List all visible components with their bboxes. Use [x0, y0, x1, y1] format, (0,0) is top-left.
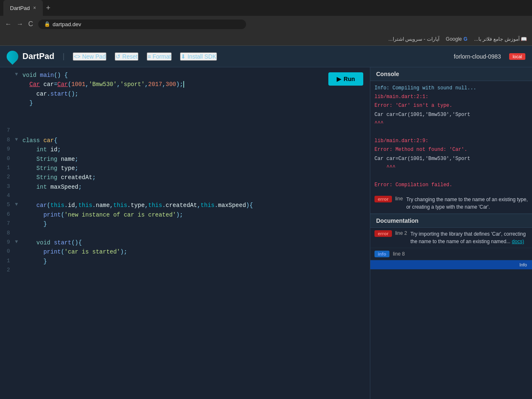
right-panel: Console Info: Compiling with sound null.…	[370, 67, 532, 399]
run-label: Run	[344, 76, 355, 82]
error-badge: error	[374, 196, 392, 202]
main-content: ▶ Run ▼ void main() {	[0, 67, 532, 399]
console-line: Error: Compilation failed.	[374, 181, 528, 189]
documentation-header: Documentation	[370, 214, 532, 228]
code-line: }	[0, 99, 370, 108]
forward-button[interactable]: →	[17, 20, 23, 28]
code-line: 1 String type;	[0, 164, 370, 173]
tab-bar: DartPad × +	[0, 0, 532, 16]
console-line: Error: Method not found: 'Car'.	[374, 146, 528, 154]
error-desc: Try importing the library that defines '…	[410, 230, 528, 245]
bookmark-flutter[interactable]: 📖 آموزش جامع فلاتر با...	[474, 36, 527, 42]
error-line-ref: line 2	[395, 230, 407, 236]
console-line: Car car=Car(1001,'Bmw530','Sport	[374, 111, 528, 119]
console-line: lib/main.dart:2:9:	[374, 137, 528, 145]
code-line	[0, 108, 370, 117]
error-desc: Try changing the name to the name of an …	[406, 196, 528, 211]
console-line: Error: 'Car' isn't a type.	[374, 102, 528, 110]
code-line: 3 int maxSpeed;	[0, 182, 370, 192]
code-editor[interactable]: ▼ void main() { Car car=Car(1001,'Bmw530…	[0, 67, 370, 399]
console-line: lib/main.dart:2:1:	[374, 93, 528, 101]
run-btn-container: ▶ Run	[328, 72, 363, 86]
console-output: Info: Compiling with sound null... lib/m…	[370, 81, 532, 193]
code-line: 9 ▼ void start(){	[0, 238, 370, 247]
code-line: 4	[0, 192, 370, 201]
info-line-ref: line 8	[393, 251, 405, 257]
run-button[interactable]: ▶ Run	[328, 72, 363, 86]
bookmark-google[interactable]: G Google	[446, 36, 468, 42]
tab-title: DartPad	[10, 5, 30, 11]
code-line: 2	[0, 266, 370, 275]
dart-icon	[4, 48, 21, 65]
error-item-1: error line Try changing the name to the …	[370, 193, 532, 214]
status-bar: Info	[370, 260, 532, 269]
dartpad-logo: DartPad	[7, 51, 54, 62]
lock-icon: 🔒	[44, 21, 50, 27]
code-line: Car car=Car(1001,'Bmw530','sport',2017,3…	[0, 80, 370, 89]
code-line: 9 int id;	[0, 145, 370, 154]
dartpad-app: DartPad | <> New Pad ↺ Reset ≡ Format ⬇ …	[0, 46, 532, 399]
address-bar-row: ← → C 🔒 dartpad.dev	[0, 16, 532, 32]
console-line: ^^^	[374, 120, 528, 128]
active-tab[interactable]: DartPad ×	[3, 0, 43, 16]
code-line: 2 String createdAt;	[0, 173, 370, 182]
bookmarks-bar: 📖 آموزش جامع فلاتر با... G Google آپارات…	[0, 32, 532, 46]
code-line: ▼ void main() {	[0, 71, 370, 80]
new-pad-button[interactable]: <> New Pad	[73, 52, 106, 61]
error-line-ref: line	[395, 196, 403, 202]
back-button[interactable]: ←	[5, 20, 12, 28]
editor-panel[interactable]: ▶ Run ▼ void main() {	[0, 67, 370, 399]
refresh-button[interactable]: C	[28, 20, 33, 28]
toolbar: DartPad | <> New Pad ↺ Reset ≡ Format ⬇ …	[0, 46, 532, 67]
code-line: 1 }	[0, 257, 370, 266]
address-text: dartpad.dev	[53, 21, 81, 27]
run-icon: ▶	[337, 76, 341, 82]
console-line	[374, 172, 528, 180]
console-header: Console	[370, 67, 532, 81]
dartpad-title: DartPad	[22, 52, 54, 61]
format-button[interactable]: ≡ Format	[147, 52, 172, 61]
info-item: info line 8	[370, 248, 532, 260]
toolbar-divider: |	[63, 52, 65, 61]
code-line	[0, 117, 370, 126]
code-line: 0 String name;	[0, 155, 370, 164]
browser-chrome: DartPad × + ← → C 🔒 dartpad.dev 📖 آموزش …	[0, 0, 532, 46]
console-line	[374, 128, 528, 136]
code-line: 0 print('car is started');	[0, 247, 370, 256]
project-name: forlorn-cloud-0983	[454, 53, 501, 60]
console-line: Info: Compiling with sound null...	[374, 84, 528, 92]
console-line: ^^^	[374, 164, 528, 172]
bookmark-aparat[interactable]: آپارات - سرویس اشترا...	[389, 36, 439, 42]
code-line: 8 ▼ class car{	[0, 136, 370, 145]
console-line: Car car=Car(1001,'Bmw530','Sport	[374, 155, 528, 163]
tab-close-button[interactable]: ×	[33, 5, 36, 11]
error-docs-link[interactable]: docs)	[512, 239, 524, 244]
error-item-2: error line 2 Try importing the library t…	[370, 228, 532, 248]
info-badge: info	[374, 251, 389, 257]
code-line: 7	[0, 126, 370, 135]
reset-button[interactable]: ↺ Reset	[115, 52, 138, 61]
status-text: Info	[520, 262, 527, 267]
code-line: 5 ▼ car(this.id,this.name,this.type,this…	[0, 201, 370, 210]
code-line: 7 }	[0, 219, 370, 229]
address-bar[interactable]: 🔒 dartpad.dev	[38, 20, 246, 29]
local-badge: local	[509, 53, 525, 60]
install-sdk-button[interactable]: ⬇ Install SDK	[180, 52, 217, 61]
error-badge: error	[374, 230, 392, 237]
code-line: 6 print('new instance of car is created'…	[0, 210, 370, 219]
new-tab-button[interactable]: +	[46, 4, 51, 12]
code-line: car.start();	[0, 89, 370, 99]
code-line: 8	[0, 229, 370, 238]
